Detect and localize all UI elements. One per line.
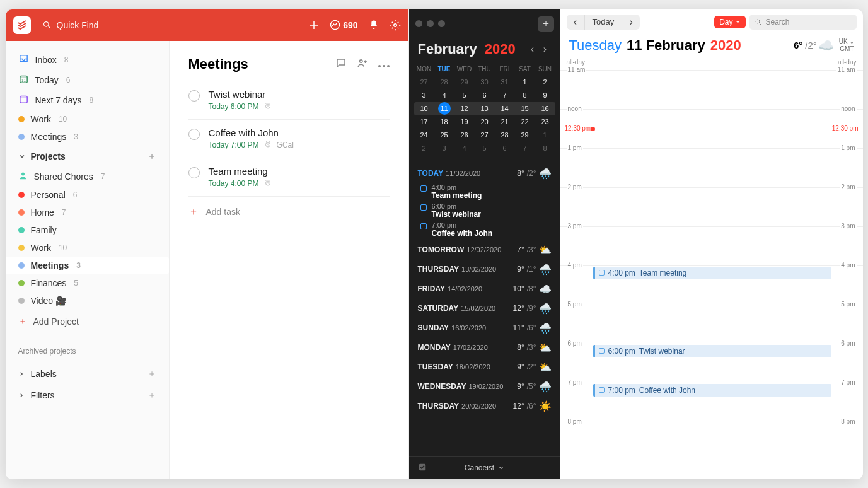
calendar-day[interactable]: 12 (454, 102, 475, 115)
sidebar-filter-work[interactable]: Work10 (6, 110, 169, 128)
day-grid[interactable]: all-day all-day 11 am11 amnoonnoon1 pm1 … (560, 57, 863, 479)
bell-icon[interactable] (368, 20, 379, 31)
sidebar-filter-next-7-days[interactable]: Next 7 days8 (6, 90, 169, 110)
calendar-day[interactable]: 25 (434, 129, 454, 142)
prev-day-button[interactable]: ‹ (567, 15, 584, 30)
calendar-day[interactable]: 10 (414, 102, 434, 115)
calendar-day[interactable]: 15 (515, 102, 535, 115)
sidebar-project-finances[interactable]: Finances5 (6, 274, 169, 292)
agenda-day[interactable]: MONDAY 17/02/2020 8°/3° ⛅ (418, 337, 552, 356)
agenda-day[interactable]: SATURDAY 15/02/2020 12°/9° 🌧️ (418, 298, 552, 317)
calendar-day[interactable]: 11 (434, 102, 454, 115)
calendar-day[interactable]: 13 (475, 102, 495, 115)
add-task-button[interactable]: ＋ Add task (188, 197, 390, 228)
calendar-day[interactable]: 5 (475, 142, 495, 155)
hour-row[interactable]: 11 am11 am (560, 70, 863, 109)
filters-section[interactable]: Filters ＋ (6, 385, 169, 406)
calendar-day[interactable]: 4 (454, 142, 475, 155)
sidebar-project-work[interactable]: Work10 (6, 239, 169, 257)
add-icon[interactable] (308, 20, 320, 31)
calendar-day[interactable]: 7 (495, 89, 515, 102)
agenda-list[interactable]: TODAY 11/02/2020 8°/2° 🌧️4:00 pmTeam mee… (409, 159, 560, 456)
add-project-icon[interactable]: ＋ (148, 151, 156, 162)
next-day-button[interactable]: › (622, 15, 640, 30)
sidebar-project-shared-chores[interactable]: Shared Chores7 (6, 167, 169, 186)
more-icon[interactable] (378, 59, 390, 70)
calendar-day[interactable]: 22 (515, 115, 535, 129)
calendar-day[interactable]: 27 (475, 129, 495, 142)
karma-widget[interactable]: 690 (330, 20, 357, 30)
hour-row[interactable]: 5 pm5 pm (560, 305, 863, 344)
footer-checkbox[interactable] (418, 463, 427, 473)
task-row[interactable]: Coffee with John Today 7:00 PM GCal (188, 120, 390, 158)
close-dot[interactable] (415, 20, 422, 27)
calendar-day[interactable]: 9 (535, 89, 555, 102)
agenda-day[interactable]: THURSDAY 20/02/2020 12°/6° ☀️ (418, 395, 552, 415)
calendar-day[interactable]: 28 (434, 76, 454, 89)
agenda-day[interactable]: THURSDAY 13/02/2020 9°/1° 🌧️ (418, 259, 552, 278)
min-dot[interactable] (427, 20, 434, 27)
event-checkbox[interactable] (599, 348, 605, 354)
calendar-day[interactable]: 6 (475, 89, 495, 102)
task-checkbox[interactable] (188, 167, 200, 178)
task-row[interactable]: Team meeting Today 4:00 PM (188, 158, 390, 197)
new-event-button[interactable]: ＋ (538, 16, 554, 32)
hour-row[interactable]: 1 pm1 pm (560, 148, 863, 187)
calendar-day[interactable]: 1 (515, 76, 535, 89)
hour-row[interactable]: 2 pm2 pm (560, 187, 863, 226)
calendar-day[interactable]: 3 (414, 89, 434, 102)
calendar-day[interactable]: 14 (495, 102, 515, 115)
calendar-day[interactable]: 24 (414, 129, 434, 142)
calendar-event[interactable]: 6:00 pm Twist webinar (593, 345, 831, 357)
event-checkbox[interactable] (420, 185, 427, 192)
calendar-day[interactable]: 19 (454, 115, 475, 129)
calendar-day[interactable]: 20 (475, 115, 495, 129)
calendar-event[interactable]: 7:00 pm Coffee with John (593, 384, 831, 397)
agenda-day[interactable]: WEDNESDAY 19/02/2020 9°/5° 🌧️ (418, 376, 552, 395)
today-button[interactable]: Today (584, 15, 623, 30)
view-selector[interactable]: Day (714, 16, 745, 28)
mini-calendar[interactable]: MONTUEWEDTHUFRISATSUN2728293031123456789… (409, 62, 560, 159)
calendar-day[interactable]: 29 (454, 76, 475, 89)
calendar-day[interactable]: 16 (535, 102, 555, 115)
timezone[interactable]: UK ⌄ GMT (839, 38, 854, 53)
calendar-day[interactable]: 27 (414, 76, 434, 89)
event-checkbox[interactable] (599, 387, 605, 393)
sidebar-project-home[interactable]: Home7 (6, 204, 169, 221)
labels-section[interactable]: Labels ＋ (6, 363, 169, 385)
gear-icon[interactable] (390, 20, 401, 31)
comments-icon[interactable] (335, 57, 347, 71)
sidebar-project-meetings[interactable]: Meetings3 (6, 257, 169, 274)
task-checkbox[interactable] (188, 90, 200, 102)
archived-projects[interactable]: Archived projects (6, 339, 169, 363)
max-dot[interactable] (438, 20, 445, 27)
calendar-day[interactable]: 26 (454, 129, 475, 142)
agenda-event[interactable]: 6:00 pmTwist webinar (418, 201, 552, 220)
calendar-day[interactable]: 4 (434, 89, 454, 102)
todoist-logo[interactable] (13, 16, 31, 34)
hour-row[interactable]: 3 pm3 pm (560, 226, 863, 265)
agenda-day[interactable]: FRIDAY 14/02/2020 10°/8° ☁️ (418, 278, 552, 298)
calendar-day[interactable]: 5 (454, 89, 475, 102)
calendar-day[interactable]: 2 (535, 76, 555, 89)
calendar-day[interactable]: 8 (515, 89, 535, 102)
window-controls[interactable] (415, 20, 445, 27)
sidebar-project-family[interactable]: Family (6, 221, 169, 239)
calendar-day[interactable]: 23 (535, 115, 555, 129)
agenda-day[interactable]: SUNDAY 16/02/2020 11°/6° 🌧️ (418, 317, 552, 337)
calendar-day[interactable]: 2 (414, 142, 434, 155)
calendar-day[interactable]: 1 (535, 129, 555, 142)
calendar-day[interactable]: 18 (434, 115, 454, 129)
agenda-event[interactable]: 7:00 pmCoffee with John (418, 220, 552, 239)
calendar-day[interactable]: 29 (515, 129, 535, 142)
calendar-day[interactable]: 30 (475, 76, 495, 89)
calendar-day[interactable]: 28 (495, 129, 515, 142)
sidebar-project-video-[interactable]: Video 🎥 (6, 292, 169, 310)
calendar-day[interactable]: 21 (495, 115, 515, 129)
task-checkbox[interactable] (188, 129, 200, 140)
sidebar-filter-inbox[interactable]: Inbox8 (6, 50, 169, 70)
calendar-day[interactable]: 7 (515, 142, 535, 155)
event-checkbox[interactable] (420, 204, 427, 211)
prev-month-button[interactable]: ‹ (526, 44, 539, 55)
add-project-link[interactable]: ＋ Add Project (6, 310, 169, 334)
